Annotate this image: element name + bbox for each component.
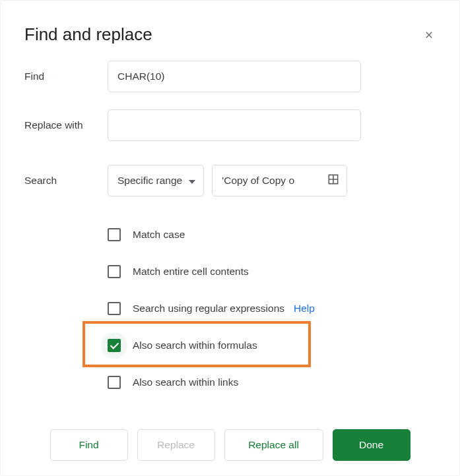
find-row: Find — [24, 61, 436, 92]
search-row: Search Specific range 'Copy of Copy o — [24, 165, 436, 196]
checkbox-match-entire[interactable] — [108, 265, 121, 278]
checkbox-match-case[interactable] — [108, 228, 121, 241]
replace-row: Replace with — [24, 109, 436, 141]
option-match-entire: Match entire cell contents — [108, 253, 436, 290]
checkbox-search-links[interactable] — [108, 376, 121, 389]
option-search-formulas: Also search within formulas — [108, 327, 436, 364]
option-regex: Search using regular expressions Help — [108, 290, 436, 327]
search-scope-value: Specific range — [117, 175, 182, 187]
replace-label: Replace with — [24, 119, 108, 131]
option-match-case: Match case — [108, 216, 436, 253]
option-label: Search using regular expressions — [133, 303, 284, 314]
find-label: Find — [24, 71, 108, 82]
select-range-icon[interactable] — [327, 173, 340, 189]
option-label: Also search within links — [133, 376, 238, 388]
dialog-header: Find and replace — [1, 1, 459, 61]
option-label: Match case — [133, 229, 185, 241]
range-input-box[interactable]: 'Copy of Copy o — [212, 165, 347, 196]
close-icon — [424, 30, 434, 40]
regex-help-link[interactable]: Help — [294, 303, 315, 314]
search-scope-dropdown[interactable]: Specific range — [108, 165, 204, 196]
replace-all-button[interactable]: Replace all — [224, 429, 323, 461]
chevron-down-icon — [189, 175, 195, 187]
close-button[interactable] — [420, 26, 438, 44]
find-replace-dialog: Find and replace Find Replace with Searc… — [0, 0, 460, 476]
options-group: Match case Match entire cell contents Se… — [108, 216, 436, 401]
checkbox-regex[interactable] — [108, 302, 121, 315]
search-label: Search — [24, 175, 108, 187]
option-label: Also search within formulas — [133, 340, 257, 351]
done-button[interactable]: Done — [333, 429, 411, 461]
checkbox-search-formulas[interactable] — [108, 339, 121, 352]
option-label: Match entire cell contents — [133, 266, 249, 278]
dialog-title: Find and replace — [24, 24, 152, 45]
replace-button: Replace — [137, 429, 215, 461]
dialog-body: Find Replace with Search Specific range … — [1, 61, 459, 401]
find-button[interactable]: Find — [50, 429, 128, 461]
replace-input[interactable] — [108, 109, 361, 141]
dialog-footer: Find Replace Replace all Done — [1, 429, 459, 461]
find-input[interactable] — [108, 61, 361, 92]
option-search-links: Also search within links — [108, 364, 436, 401]
range-value: 'Copy of Copy o — [222, 175, 314, 187]
